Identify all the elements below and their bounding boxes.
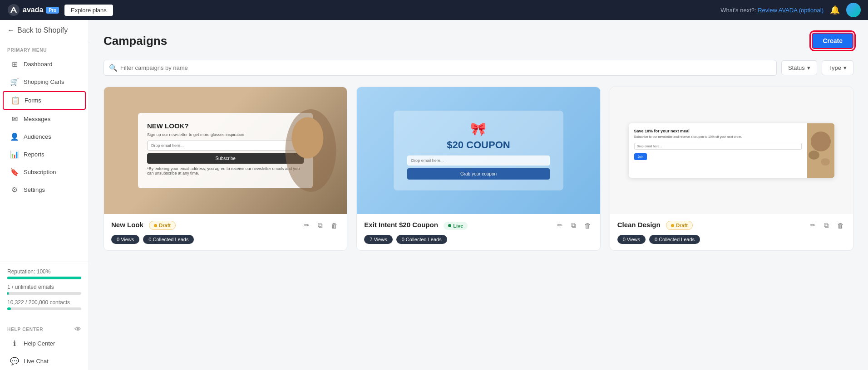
edit-button[interactable]: ✏ — [555, 220, 565, 230]
duplicate-button[interactable]: ⧉ — [316, 220, 325, 230]
campaign-name: Clean Design — [617, 221, 661, 229]
status-filter-label: Status — [788, 64, 805, 71]
views-tag: 0 Views — [617, 235, 646, 244]
campaign-name: Exit Intent $20 Coupon — [364, 221, 438, 229]
delete-button[interactable]: 🗑 — [329, 221, 340, 230]
draft-dot — [154, 224, 157, 227]
card-actions: ✏ ⧉ 🗑 — [302, 220, 340, 230]
edit-button[interactable]: ✏ — [302, 220, 311, 230]
card-tags: 7 Views 0 Collected Leads — [364, 235, 592, 244]
delete-button[interactable]: 🗑 — [835, 221, 846, 230]
coupon-amount: $20 COUPON — [407, 139, 550, 151]
status-filter-button[interactable]: Status ▾ — [781, 60, 817, 75]
coupon-grab-button: Grab your coupon — [407, 168, 550, 180]
campaign-card-new-look: NEW LOOK? Sign up our newsletter to get … — [104, 87, 347, 251]
help-visibility-icon[interactable]: 👁 — [74, 326, 81, 333]
coupon-ribbon-icon: 🎀 — [407, 122, 550, 136]
sidebar-item-label: Dashboard — [24, 61, 53, 68]
search-icon: 🔍 — [109, 64, 118, 72]
notification-bell-icon[interactable]: 🔔 — [830, 5, 840, 15]
leads-tag: 0 Collected Leads — [143, 235, 194, 244]
sidebar-item-help-center[interactable]: ℹ Help Center — [3, 335, 86, 352]
campaign-card-exit-intent: 🎀 $20 COUPON Grab your coupon Exit Inten… — [356, 87, 600, 251]
svg-point-7 — [821, 158, 830, 166]
audiences-icon: 👤 — [10, 132, 19, 141]
sidebar-item-label: Reports — [24, 151, 44, 158]
sidebar-item-dashboard[interactable]: ⊞ Dashboard — [3, 56, 86, 73]
sidebar-item-reports[interactable]: 📊 Reports — [3, 146, 86, 163]
back-to-shopify-label: Back to Shopify — [17, 26, 68, 34]
status-badge: Draft — [149, 221, 176, 230]
card-footer: Clean Design Draft ✏ ⧉ 🗑 — [610, 214, 853, 250]
logo-text: avada — [23, 6, 43, 14]
review-link[interactable]: Review AVADA (optional) — [758, 7, 824, 14]
sidebar: ← Back to Shopify PRIMARY MENU ⊞ Dashboa… — [0, 20, 89, 370]
preview-portrait-svg — [247, 87, 347, 214]
sidebar-item-audiences[interactable]: 👤 Audiences — [3, 128, 86, 145]
contacts-label: 10,322 / 200,000 contacts — [7, 299, 81, 306]
main-layout: ← Back to Shopify PRIMARY MENU ⊞ Dashboa… — [0, 20, 868, 370]
live-dot — [448, 224, 451, 227]
sidebar-item-live-chat[interactable]: 💬 Live Chat — [3, 353, 86, 370]
explore-plans-button[interactable]: Explore plans — [64, 5, 113, 16]
whats-next-text: What's next?: Review AVADA (optional) — [720, 7, 824, 14]
status-filter-chevron-icon: ▾ — [807, 64, 810, 71]
reputation-bar-fill — [7, 277, 81, 279]
clean-title: Save 10% for your next meal — [634, 129, 802, 133]
duplicate-button[interactable]: ⧉ — [822, 220, 831, 230]
avada-logo-icon — [7, 4, 20, 16]
page-header: Campaigns Create — [104, 33, 853, 49]
campaign-preview-new-look: NEW LOOK? Sign up our newsletter to get … — [104, 87, 347, 214]
campaign-preview-clean-design: Save 10% for your next meal Subscribe to… — [610, 87, 853, 214]
sidebar-item-subscription[interactable]: 🔖 Subscription — [3, 164, 86, 180]
campaign-name: New Look — [111, 221, 143, 229]
logo: avada Pro — [7, 4, 59, 16]
coupon-email-input — [407, 156, 550, 166]
status-badge: Live — [444, 222, 468, 230]
dashboard-icon: ⊞ — [10, 60, 19, 68]
search-input[interactable] — [104, 60, 777, 76]
card-tags: 0 Views 0 Collected Leads — [617, 235, 846, 244]
sidebar-item-messages[interactable]: ✉ Messages — [3, 111, 86, 127]
card-actions: ✏ ⧉ 🗑 — [808, 220, 846, 230]
type-filter-button[interactable]: Type ▾ — [822, 60, 853, 75]
duplicate-button[interactable]: ⧉ — [569, 220, 578, 230]
primary-menu-label: PRIMARY MENU — [0, 41, 89, 55]
topbar-right: What's next?: Review AVADA (optional) 🔔 — [720, 3, 861, 17]
reputation-label: Reputation: 100% — [7, 268, 81, 275]
sidebar-item-label: Audiences — [24, 133, 51, 140]
edit-button[interactable]: ✏ — [808, 220, 818, 230]
main-content: Campaigns Create 🔍 Status ▾ Type ▾ — [89, 20, 868, 370]
svg-point-2 — [292, 117, 324, 159]
subscription-icon: 🔖 — [10, 168, 19, 176]
topbar-left: avada Pro Explore plans — [7, 4, 113, 16]
leads-tag: 0 Collected Leads — [396, 235, 447, 244]
clean-image — [807, 123, 834, 178]
sidebar-item-forms[interactable]: 📋 Forms — [3, 91, 86, 110]
sidebar-item-label: Settings — [24, 186, 45, 193]
coupon-box: 🎀 $20 COUPON Grab your coupon — [394, 111, 564, 190]
clean-email-input — [634, 143, 802, 150]
card-name-status: New Look Draft — [111, 221, 176, 230]
svg-point-6 — [809, 151, 819, 160]
type-filter-chevron-icon: ▾ — [843, 64, 847, 71]
reputation-bar — [7, 277, 81, 279]
delete-button[interactable]: 🗑 — [582, 221, 593, 230]
svg-point-0 — [8, 4, 20, 16]
emails-label: 1 / unlimited emails — [7, 284, 81, 290]
topbar: avada Pro Explore plans What's next?: Re… — [0, 0, 868, 20]
campaign-card-clean-design: Save 10% for your next meal Subscribe to… — [610, 87, 853, 251]
create-button[interactable]: Create — [812, 33, 853, 49]
sidebar-item-label: Shopping Carts — [24, 78, 64, 85]
clean-popup-text: Save 10% for your next meal Subscribe to… — [629, 123, 807, 178]
card-footer: New Look Draft ✏ ⧉ 🗑 — [104, 214, 347, 250]
type-filter-label: Type — [829, 64, 841, 71]
shopping-carts-icon: 🛒 — [10, 78, 19, 86]
sidebar-item-shopping-carts[interactable]: 🛒 Shopping Carts — [3, 73, 86, 90]
back-to-shopify-link[interactable]: ← Back to Shopify — [0, 20, 89, 41]
clean-popup: Save 10% for your next meal Subscribe to… — [629, 123, 834, 178]
emails-bar — [7, 292, 81, 295]
forms-icon: 📋 — [11, 96, 20, 105]
card-actions: ✏ ⧉ 🗑 — [555, 220, 593, 230]
sidebar-item-settings[interactable]: ⚙ Settings — [3, 181, 86, 198]
